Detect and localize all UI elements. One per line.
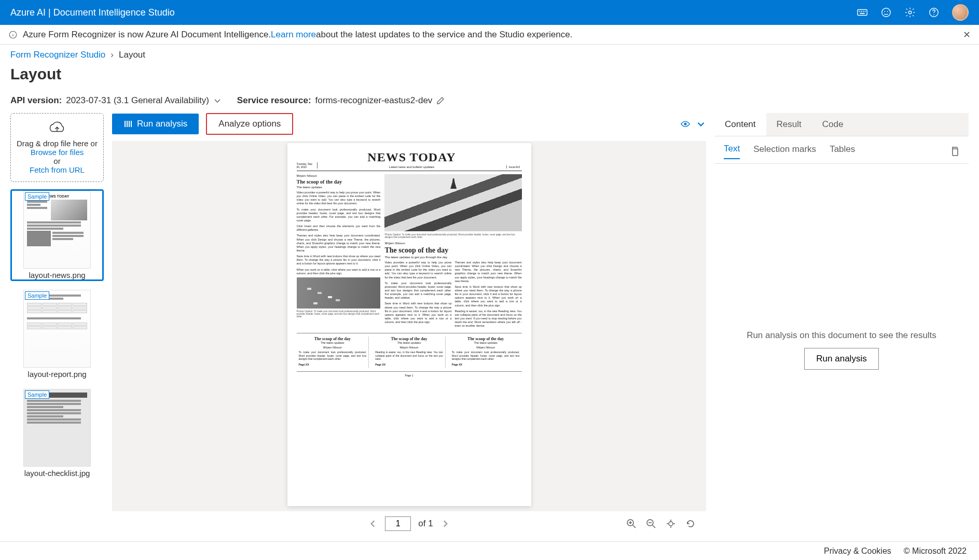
copy-icon[interactable]: [950, 146, 959, 157]
doc-photo-crosswalk: [384, 174, 521, 231]
zoom-in-icon[interactable]: [626, 519, 637, 529]
svg-rect-5: [860, 13, 864, 14]
tab-content[interactable]: Content: [714, 113, 766, 136]
thumbnail-item[interactable]: Sample NEWS TODAY layout-news.png: [10, 189, 104, 281]
doc-headline2: The scoop of the day: [384, 246, 521, 255]
run-analysis-button[interactable]: Run analysis: [112, 114, 199, 134]
svg-rect-4: [865, 11, 866, 12]
svg-rect-18: [131, 121, 132, 127]
svg-point-7: [884, 11, 885, 12]
chevron-right-icon: ›: [111, 50, 114, 60]
svg-rect-17: [129, 121, 130, 127]
settings-icon[interactable]: [904, 7, 916, 18]
visibility-icon[interactable]: [680, 119, 691, 129]
document-viewer[interactable]: Tuesday, Sep 20, 2022 NEWS TODAY Latest …: [112, 141, 706, 511]
svg-rect-0: [858, 10, 867, 16]
banner-text-prefix: Azure Form Recognizer is now Azure AI Do…: [23, 30, 271, 40]
rotate-icon[interactable]: [685, 519, 696, 529]
fetch-url-link[interactable]: Fetch from URL: [15, 165, 99, 174]
document-page: Tuesday, Sep 20, 2022 NEWS TODAY Latest …: [287, 143, 531, 506]
svg-rect-1: [859, 11, 860, 12]
svg-rect-2: [861, 11, 862, 12]
drop-zone[interactable]: Drag & drop file here or Browse for file…: [10, 113, 104, 182]
feedback-icon[interactable]: [880, 7, 892, 18]
svg-rect-3: [863, 11, 864, 12]
api-version-selector[interactable]: API version: 2023-07-31 (3.1 General Ava…: [10, 95, 222, 106]
fit-icon[interactable]: [666, 519, 676, 529]
edit-icon[interactable]: [436, 96, 445, 105]
sample-badge: Sample: [25, 192, 49, 201]
tab-code[interactable]: Code: [812, 113, 854, 136]
subtab-text[interactable]: Text: [724, 144, 740, 159]
chevron-down-icon[interactable]: [696, 119, 706, 129]
doc-masthead-title: NEWS TODAY: [318, 150, 506, 164]
page-of-text: of 1: [418, 519, 433, 529]
results-empty-state: Run analysis on this document to see the…: [714, 164, 969, 536]
svg-rect-15: [125, 121, 126, 127]
content-subtabs: Text Selection marks Tables: [714, 136, 969, 164]
analyze-options-button[interactable]: Analyze options: [206, 113, 293, 135]
svg-point-11: [933, 15, 934, 16]
pager: of 1: [112, 511, 706, 536]
main-layout: Drag & drop file here or Browse for file…: [0, 113, 979, 536]
header-actions: [857, 4, 969, 21]
sample-badge: Sample: [25, 390, 49, 399]
service-resource: Service resource: forms-recognizer-eastu…: [237, 95, 445, 106]
doc-tagline: Latest news and bulletin updates: [318, 165, 506, 169]
close-icon[interactable]: ✕: [963, 29, 971, 40]
subtab-tables[interactable]: Tables: [830, 144, 855, 159]
svg-line-21: [633, 525, 636, 528]
breadcrumb-current: Layout: [119, 50, 145, 60]
document-panel: Run analysis Analyze options Tuesday, Se…: [112, 113, 706, 536]
results-tabs: Content Result Code: [714, 113, 969, 136]
page-footer: Privacy & Cookies © Microsoft 2022: [0, 541, 979, 560]
thumbnail-item[interactable]: Sample layout-checklist.jpg: [10, 387, 104, 479]
doc-date: Tuesday, Sep 20, 2022: [297, 162, 318, 169]
results-panel: Content Result Code Text Selection marks…: [714, 113, 969, 536]
doc-issue: Issue #10: [506, 165, 522, 169]
help-icon[interactable]: [928, 7, 940, 18]
tab-result[interactable]: Result: [766, 113, 812, 136]
page-title: Layout: [0, 63, 979, 95]
browse-files-link[interactable]: Browse for files: [15, 148, 99, 157]
next-page-icon[interactable]: [440, 519, 450, 528]
user-avatar[interactable]: [952, 4, 969, 21]
zoom-out-icon[interactable]: [646, 519, 656, 529]
thumbnail-label: layout-checklist.jpg: [12, 469, 102, 478]
copyright: © Microsoft 2022: [904, 547, 967, 556]
info-banner: Azure Form Recognizer is now Azure AI Do…: [0, 25, 979, 45]
chevron-down-icon: [213, 96, 222, 105]
drop-or: or: [15, 157, 99, 165]
view-controls: [680, 119, 706, 129]
doc-photo-cars: [297, 277, 381, 309]
thumbnail-item[interactable]: Sample layout-report.png: [10, 288, 104, 380]
doc-subhead: The latest updates: [297, 186, 381, 189]
doc-author: Mirjam Nilsson: [297, 174, 381, 177]
learn-more-link[interactable]: Learn more: [271, 30, 316, 40]
keyboard-icon[interactable]: [857, 7, 868, 18]
settings-row: API version: 2023-07-31 (3.1 General Ava…: [0, 95, 979, 113]
api-version-value: 2023-07-31 (3.1 General Availability): [66, 95, 209, 106]
svg-point-19: [684, 123, 687, 125]
zoom-controls: [626, 519, 696, 529]
subtab-selection[interactable]: Selection marks: [753, 144, 816, 159]
prev-page-icon[interactable]: [368, 519, 378, 528]
app-title: Azure AI | Document Intelligence Studio: [10, 7, 175, 18]
thumbnail-label: layout-report.png: [12, 370, 102, 379]
drop-text: Drag & drop file here or: [15, 139, 99, 148]
empty-message: Run analysis on this document to see the…: [747, 330, 936, 341]
banner-text-suffix: about the latest updates to the service …: [316, 30, 572, 40]
run-analysis-empty-button[interactable]: Run analysis: [804, 348, 878, 370]
file-sidebar: Drag & drop file here or Browse for file…: [10, 113, 104, 536]
thumbnail-label: layout-news.png: [12, 271, 102, 279]
breadcrumb-root[interactable]: Form Recognizer Studio: [10, 50, 105, 60]
svg-point-8: [887, 11, 888, 12]
analysis-toolbar: Run analysis Analyze options: [112, 113, 706, 135]
page-input[interactable]: [385, 516, 411, 531]
svg-rect-28: [953, 149, 958, 156]
privacy-link[interactable]: Privacy & Cookies: [824, 547, 891, 556]
info-icon: [8, 30, 18, 39]
svg-point-9: [908, 11, 912, 14]
api-version-label: API version:: [10, 95, 62, 106]
resource-label: Service resource:: [237, 95, 311, 106]
